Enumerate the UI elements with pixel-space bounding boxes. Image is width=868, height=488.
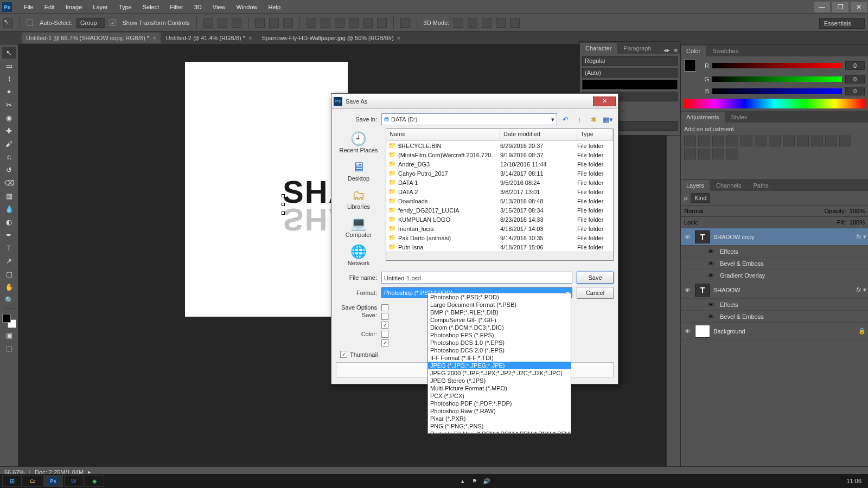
- visibility-toggle-icon[interactable]: 👁: [708, 272, 717, 279]
- format-option[interactable]: Photoshop DCS 2.0 (*.EPS): [428, 346, 571, 354]
- posterize-adjustment-icon[interactable]: [684, 149, 696, 159]
- distribute-icon[interactable]: [349, 18, 359, 28]
- column-type[interactable]: Type: [577, 129, 613, 140]
- layer-effect-row[interactable]: 👁Effects: [681, 246, 868, 258]
- visibility-toggle-icon[interactable]: 👁: [708, 248, 717, 255]
- as-copy-checkbox[interactable]: [381, 304, 388, 311]
- path-tool-icon[interactable]: ↗: [2, 255, 16, 267]
- layer-name[interactable]: SHADOW: [713, 287, 853, 293]
- eyedropper-tool-icon[interactable]: ◉: [2, 112, 16, 124]
- tab-swatches[interactable]: Swatches: [707, 46, 744, 56]
- selectivecolor-adjustment-icon[interactable]: [726, 149, 738, 159]
- layer-thumbnail[interactable]: T: [695, 284, 710, 297]
- layer-name[interactable]: SHADOW copy: [713, 234, 853, 240]
- places-desktop[interactable]: 🖥Desktop: [348, 157, 369, 184]
- exposure-adjustment-icon[interactable]: [726, 136, 738, 146]
- document-tab[interactable]: Untitled-1 @ 66.7% (SHADOW copy, RGB/8) …: [22, 33, 161, 43]
- blur-tool-icon[interactable]: 💧: [2, 203, 16, 215]
- taskbar-clock[interactable]: 11:06: [846, 478, 866, 484]
- view-menu-button[interactable]: ▦▾: [602, 113, 614, 125]
- menu-layer[interactable]: Layer: [87, 4, 113, 10]
- layer-effect-row[interactable]: 👁Effects: [681, 299, 868, 311]
- tab-adjustments[interactable]: Adjustments: [681, 112, 725, 123]
- file-row[interactable]: 📁Andre_DG312/10/2016 11:44File folder: [386, 159, 613, 169]
- menu-type[interactable]: Type: [113, 4, 137, 10]
- alpha-channels-checkbox[interactable]: [381, 313, 388, 320]
- document-tab[interactable]: Sparrows-Fly-HD-Wallpaper.jpg @ 50% (RGB…: [258, 33, 405, 43]
- quickmask-icon[interactable]: ▣: [2, 329, 16, 341]
- dialog-titlebar[interactable]: Ps Save As ✕: [331, 94, 618, 109]
- bw-adjustment-icon[interactable]: [783, 136, 795, 146]
- auto-select-dropdown[interactable]: Group: [76, 18, 105, 28]
- close-button[interactable]: ✕: [851, 2, 867, 12]
- save-in-dropdown[interactable]: ⛃ DATA (D:) ▾: [381, 113, 557, 125]
- file-row[interactable]: 📁{MintaFilm.Com}Warcraft.2016.720p.WEB..…: [386, 150, 613, 159]
- format-option[interactable]: IFF Format (*.IFF;*.TDI): [428, 354, 571, 362]
- fg-bg-color-swatch[interactable]: [2, 314, 16, 328]
- taskbar-word-icon[interactable]: W: [64, 475, 84, 487]
- format-option[interactable]: Multi-Picture Format (*.MPO): [428, 384, 571, 392]
- file-row[interactable]: 📁Pak Darto (animasi)9/14/2016 10:35File …: [386, 233, 613, 242]
- gradientmap-adjustment-icon[interactable]: [712, 149, 724, 159]
- leading-select[interactable]: (Auto): [582, 68, 678, 78]
- g-value[interactable]: 0: [845, 75, 865, 84]
- format-dropdown-list[interactable]: Photoshop (*.PSD;*.PDD)Large Document Fo…: [427, 293, 571, 434]
- align-icon[interactable]: [255, 18, 265, 28]
- r-slider[interactable]: [712, 63, 842, 68]
- layer-effect-row[interactable]: 👁Bevel & Emboss: [681, 311, 868, 323]
- hand-tool-icon[interactable]: ✋: [2, 281, 16, 293]
- invert-adjustment-icon[interactable]: [839, 136, 851, 146]
- color-swatch-icon[interactable]: [684, 60, 696, 72]
- file-row[interactable]: 📁$RECYCLE.BIN6/29/2016 20:37File folder: [386, 141, 613, 150]
- panel-collapse-icon[interactable]: ◂▸: [661, 47, 672, 54]
- document-tab[interactable]: Untitled-2 @ 41.4% (RGB/8) *×: [162, 33, 257, 43]
- file-row[interactable]: 📁fendy_DG2017_LUCIA3/15/2017 08:34File f…: [386, 206, 613, 215]
- places-libraries[interactable]: 🗂Libraries: [347, 185, 370, 212]
- transform-handle[interactable]: [282, 211, 285, 215]
- 3d-icon[interactable]: [468, 18, 477, 28]
- format-option[interactable]: Large Document Format (*.PSB): [428, 301, 571, 309]
- layer-effect-row[interactable]: 👁Gradient Overlay: [681, 269, 868, 281]
- close-tab-icon[interactable]: ×: [248, 35, 252, 41]
- align-icon[interactable]: [218, 18, 227, 28]
- document-canvas[interactable]: SHA SHA: [185, 62, 348, 317]
- type-tool-icon[interactable]: T: [2, 242, 16, 254]
- vibrance-adjustment-icon[interactable]: [741, 136, 752, 146]
- file-row[interactable]: 📁DATA 23/8/2017 13:01File folder: [386, 187, 613, 196]
- visibility-toggle-icon[interactable]: 👁: [683, 327, 692, 336]
- close-tab-icon[interactable]: ×: [152, 35, 156, 41]
- zoom-tool-icon[interactable]: 🔍: [2, 294, 16, 306]
- format-option[interactable]: Photoshop Raw (*.RAW): [428, 407, 571, 415]
- distribute-icon[interactable]: [335, 18, 344, 28]
- wand-tool-icon[interactable]: ✦: [2, 86, 16, 98]
- tray-show-hidden-icon[interactable]: ▴: [458, 476, 468, 486]
- align-to-icon[interactable]: [400, 18, 410, 28]
- marquee-tool-icon[interactable]: ▭: [2, 60, 16, 72]
- blend-mode-select[interactable]: Normal: [684, 208, 821, 214]
- shape-tool-icon[interactable]: ▢: [2, 268, 16, 280]
- healing-tool-icon[interactable]: ✚: [2, 125, 16, 137]
- format-option[interactable]: Dicom (*.DCM;*.DC3;*.DIC): [428, 324, 571, 331]
- show-transform-checkbox[interactable]: [110, 20, 116, 26]
- tab-styles[interactable]: Styles: [726, 112, 753, 123]
- distribute-icon[interactable]: [377, 18, 387, 28]
- file-row[interactable]: 📁Putri Isna4/18/2017 15:06File folder: [386, 242, 613, 252]
- file-row[interactable]: 📁Downloads5/13/2016 08:48File folder: [386, 196, 613, 206]
- format-option[interactable]: JPEG Stereo (*.JPS): [428, 377, 571, 384]
- menu-view[interactable]: View: [207, 4, 231, 10]
- 3d-icon[interactable]: [454, 18, 463, 28]
- file-row[interactable]: 📁mentari_lucia4/18/2017 14:03File folder: [386, 224, 613, 233]
- thumbnail-checkbox[interactable]: [340, 351, 347, 358]
- opacity-field[interactable]: 100%: [850, 208, 865, 214]
- format-option[interactable]: Photoshop (*.PSD;*.PDD): [428, 293, 571, 301]
- menu-filter[interactable]: Filter: [164, 4, 188, 10]
- workspace-switcher[interactable]: Essentials: [819, 18, 865, 29]
- tray-volume-icon[interactable]: 🔊: [482, 476, 492, 486]
- menu-help[interactable]: Help: [263, 4, 286, 10]
- format-option[interactable]: Photoshop PDF (*.PDF;*.PDP): [428, 400, 571, 407]
- format-option[interactable]: JPEG 2000 (*.JPF;*.JPX;*.JP2;*.J2C;*.J2K…: [428, 369, 571, 377]
- taskbar-app-icon[interactable]: ◆: [85, 475, 104, 487]
- menu-image[interactable]: Image: [60, 4, 88, 10]
- text-color-swatch[interactable]: [582, 80, 678, 89]
- format-option[interactable]: PNG (*.PNG;*.PNS): [428, 422, 571, 430]
